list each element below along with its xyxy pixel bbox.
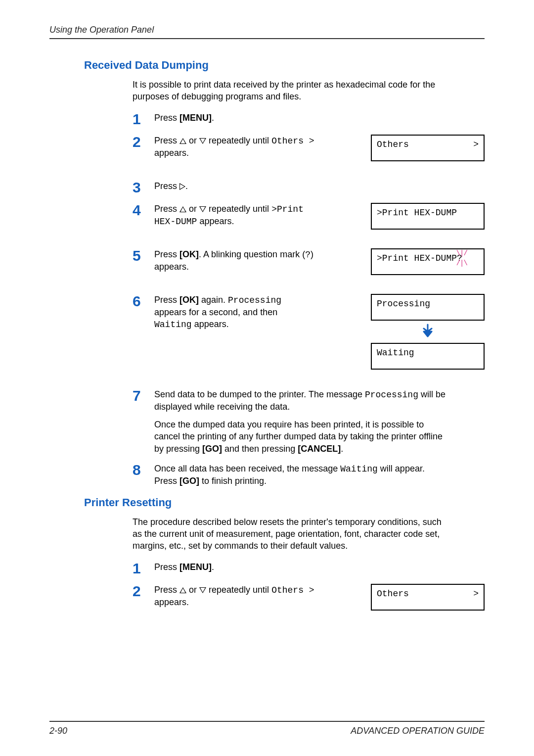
text: appears. [154,148,189,158]
text: Press [154,136,179,145]
triangle-down-icon [199,138,206,144]
lcd-text: Waiting [377,348,414,358]
triangle-up-icon [179,206,186,212]
text: again. [199,295,228,305]
code-text: Processing [365,390,418,400]
menu-key: [MENU] [179,562,212,572]
step-text: Send data to be dumped to the printer. T… [154,388,446,455]
code-text: Others > [271,585,314,595]
text: or [186,136,199,145]
code-text: Processing [228,295,281,305]
text: repeatedly until [206,136,271,145]
text: appears. [192,319,229,329]
lcd-display-waiting: Waiting [371,343,485,370]
text: Press [154,204,179,214]
step-7-note: Once the dumped data you require has bee… [154,419,446,455]
step-number: 7 [133,388,154,403]
text: or [186,585,199,595]
text: Press [154,113,179,123]
step-number: 2 [133,584,154,599]
text: Press [154,249,179,259]
lcd-text: Others [377,589,409,599]
step-8: 8 Once all data has been received, the m… [133,463,485,487]
step-3: 3 Press . [133,180,485,195]
ok-key: [OK] [179,295,199,305]
text: Send data to be dumped to the printer. T… [154,389,365,399]
running-header: Using the Operation Panel [49,25,485,38]
section-title-received-data-dumping: Received Data Dumping [84,59,485,72]
step-number: 6 [133,294,154,309]
text: appears. [197,216,234,226]
text: . [212,113,214,123]
blink-cursor: \|/?/|\ [457,253,462,263]
triangle-down-icon [199,587,206,593]
lcd-text: > [473,589,479,599]
lcd-text: >Print HEX-DUMP\|/?/|\ [377,253,462,263]
go-key: [GO] [202,444,222,454]
ok-key: [OK] [179,249,199,259]
page-number: 2-90 [49,726,67,736]
text: Press [154,585,179,595]
section2-intro: The procedure described below resets the… [133,516,449,552]
arrow-down-icon [371,324,485,340]
text: . [212,562,214,572]
triangle-right-icon [179,183,185,190]
blink-ray-icon: \|/ [456,249,467,257]
text: repeatedly until [206,585,271,595]
triangle-up-icon [179,138,186,144]
triangle-up-icon [179,587,186,593]
text: Press [154,562,179,572]
step-number: 1 [133,112,154,127]
text: appears for a second, and then [154,307,277,317]
go-key: [GO] [179,476,199,486]
menu-key: [MENU] [179,113,212,123]
step-text: Press [MENU]. [154,561,446,573]
code-text: Waiting [340,464,378,474]
text: to finish printing. [199,476,267,486]
lcd-display-others-2: Others > [371,584,485,611]
step-number: 5 [133,248,154,263]
code-text: Others > [271,136,314,146]
text: Press [154,181,179,191]
lcd-text: Others [377,140,409,149]
lcd-display-hexdump: >Print HEX-DUMP [371,203,485,230]
step-text: Press or repeatedly until Others > appea… [154,584,321,609]
lcd-text: >Print HEX-DUMP [377,208,457,218]
section-title-printer-resetting: Printer Resetting [84,496,485,509]
step-number: 4 [133,203,154,218]
step-text: Press or repeatedly until >Print HEX-DUM… [154,203,321,228]
step-text: Once all data has been received, the mes… [154,463,446,487]
section1-intro: It is possible to print data received by… [133,79,449,103]
code-text: ? [305,250,311,260]
lcd-display-others: Others > [371,135,485,161]
text: . [341,444,343,454]
lcd-display-hexdump-blink: >Print HEX-DUMP\|/?/|\ [371,248,485,275]
text: . A blinking question mark ( [199,249,305,259]
text: Press [154,295,179,305]
text: . [185,181,188,191]
text: appears. [154,597,189,607]
step-5: 5 Press [OK]. A blinking question mark (… [133,248,485,275]
step-7: 7 Send data to be dumped to the printer.… [133,388,485,455]
step-text: Press . [154,180,446,192]
step-text: Press or repeatedly until Others > appea… [154,135,321,159]
step-text: Press [OK] again. Processing appears for… [154,294,321,331]
step-number: 2 [133,135,154,149]
section2-step-2: 2 Press or repeatedly until Others > app… [133,584,485,611]
step-number: 1 [133,561,154,576]
footer-rule [49,721,485,722]
text: Once all data has been received, the mes… [154,464,340,473]
step-text: Press [OK]. A blinking question mark (?)… [154,248,321,273]
text: and then pressing [222,444,298,454]
lcd-text: Processing [377,299,430,309]
lcd-text-main: >Print HEX-DUMP [377,253,457,263]
text: The procedure described below resets the… [133,517,442,551]
lcd-display-processing: Processing [371,294,485,321]
header-rule [49,38,485,39]
blink-ray-icon: /|\ [456,259,467,267]
code-text: Waiting [154,320,192,330]
triangle-down-icon [199,206,206,212]
text: It is possible to print data received by… [133,80,435,101]
step-number: 8 [133,463,154,477]
step-6: 6 Press [OK] again. Processing appears f… [133,294,485,370]
